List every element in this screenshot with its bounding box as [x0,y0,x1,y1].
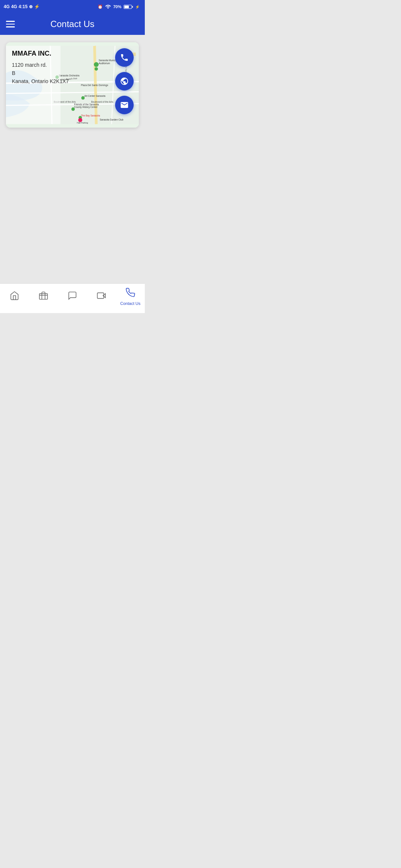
menu-button[interactable] [6,21,15,27]
email-button[interactable] [115,96,134,114]
card-content: MMAFA INC. 1120 march rd. B Kanata, Onta… [6,42,139,128]
nav-item-chat[interactable] [58,291,87,303]
signal-4g-1: 4G [4,4,10,9]
battery-icon [124,5,133,9]
nav-item-home[interactable] [0,291,29,303]
address-line-2: B [12,69,104,77]
wifi-icon [105,4,111,9]
signal-4g-2: 4G [11,4,17,9]
address-section: MMAFA INC. 1120 march rd. B Kanata, Onta… [6,42,110,93]
status-left: 4G 4G 4:15 ⊕ ⚡ [4,4,40,9]
page-title: Contact Us [21,19,124,29]
nav-bar: Contact Us [0,13,145,35]
svg-rect-30 [39,293,48,299]
usb-icon: ⚡ [34,4,40,9]
gps-icon: ⊕ [29,4,33,9]
contact-card: Vero Beach Ave Boulevard of the Arts Bou… [6,42,139,128]
nav-item-store[interactable] [29,291,58,303]
nav-item-contact[interactable]: Contact Us [116,288,145,306]
status-bar: 4G 4G 4:15 ⊕ ⚡ ⏰ 70% ⚡ [0,0,145,13]
battery-percent: 70% [113,4,121,9]
status-right: ⏰ 70% ⚡ [98,4,140,9]
alarm-icon: ⏰ [98,4,103,9]
home-icon [10,291,19,303]
address-line-1: 1120 march rd. [12,61,104,69]
bottom-nav: Contact Us [0,283,145,313]
nav-item-video[interactable] [87,291,116,303]
contact-phone-icon [125,288,135,300]
chat-icon [68,291,77,303]
store-icon [39,291,48,303]
contact-nav-label: Contact Us [120,301,140,306]
company-name: MMAFA INC. [12,50,104,58]
address-line-3: Kanata, Ontario K2K1X7 [12,77,104,85]
main-content: Vero Beach Ave Boulevard of the Arts Bou… [0,35,145,283]
video-icon [97,291,106,303]
charging-icon: ⚡ [135,5,140,9]
action-buttons [110,42,139,120]
time-display: 4:15 [19,4,27,9]
phone-button[interactable] [115,48,134,67]
svg-marker-35 [103,293,105,297]
website-button[interactable] [115,72,134,91]
